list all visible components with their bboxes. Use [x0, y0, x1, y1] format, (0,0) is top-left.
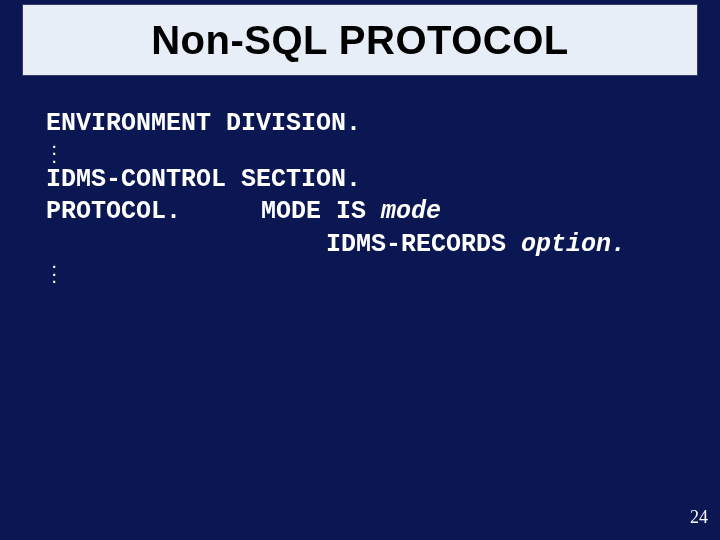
title-box: Non-SQL PROTOCOL	[22, 4, 698, 76]
slide: Non-SQL PROTOCOL ENVIRONMENT DIVISION. .…	[0, 0, 720, 540]
mode-is-keyword: MODE IS	[261, 197, 381, 226]
protocol-keyword: PROTOCOL.	[46, 196, 181, 229]
idms-records-keyword: IDMS-RECORDS	[326, 230, 521, 259]
page-number: 24	[690, 507, 708, 528]
line-idms-control-section: IDMS-CONTROL SECTION.	[46, 164, 686, 197]
ellipsis-dot: .	[50, 276, 686, 284]
line-protocol-mode: PROTOCOL.MODE IS mode	[46, 196, 686, 229]
option-variable: option.	[521, 230, 626, 259]
ellipsis-dot: .	[50, 261, 686, 269]
line-environment-division: ENVIRONMENT DIVISION.	[46, 108, 686, 141]
ellipsis-dot: .	[50, 141, 686, 149]
slide-title: Non-SQL PROTOCOL	[151, 18, 569, 63]
code-body: ENVIRONMENT DIVISION. . . . IDMS-CONTROL…	[46, 108, 686, 284]
ellipsis-dot: .	[50, 269, 686, 277]
line-idms-records: IDMS-RECORDS option.	[46, 229, 686, 262]
mode-variable: mode	[381, 197, 441, 226]
ellipsis-dot: .	[50, 148, 686, 156]
ellipsis-dot: .	[50, 156, 686, 164]
